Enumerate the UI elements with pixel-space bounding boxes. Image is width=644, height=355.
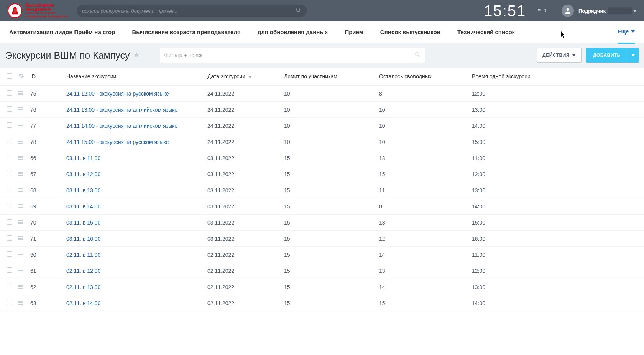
excursion-link[interactable]: 24.11 14:00 - экскурсия на английском яз… bbox=[66, 123, 177, 129]
cell-id: 76 bbox=[27, 102, 63, 118]
drag-handle-icon[interactable] bbox=[18, 139, 23, 144]
row-checkbox[interactable] bbox=[7, 187, 12, 192]
excursion-link[interactable]: 02.11. в 12:00 bbox=[66, 268, 100, 274]
excursion-link[interactable]: 03.11. в 14:00 bbox=[66, 203, 100, 210]
cell-date: 02.11.2022 bbox=[204, 295, 281, 311]
flag-indicator[interactable]: 0 bbox=[537, 8, 546, 13]
logo[interactable]: Высшая школа менеджмента Санкт-Петербург… bbox=[8, 3, 77, 18]
table-row: 7103.11. в 16:0003.11.2022151216:00 bbox=[0, 231, 644, 247]
user-role-label: Подрядчик bbox=[578, 8, 606, 14]
avatar-icon bbox=[562, 5, 574, 17]
drag-handle-icon[interactable] bbox=[18, 301, 23, 305]
nav-item-5[interactable]: Технический список bbox=[457, 21, 515, 43]
column-date-label: Дата экскурсии bbox=[207, 73, 245, 79]
add-button[interactable]: ДОБАВИТЬ bbox=[586, 48, 628, 63]
row-checkbox[interactable] bbox=[7, 300, 12, 305]
row-checkbox[interactable] bbox=[7, 139, 12, 144]
cell-id: 75 bbox=[27, 86, 63, 102]
nav-item-0[interactable]: Автоматизация лидов Приём на crop bbox=[9, 21, 115, 43]
page-title: Экскурсии ВШМ по Кампусу bbox=[5, 50, 130, 61]
column-date[interactable]: Дата экскурсии bbox=[204, 68, 281, 86]
drag-handle-icon[interactable] bbox=[18, 252, 23, 257]
search-icon[interactable] bbox=[296, 7, 301, 14]
drag-handle-icon[interactable] bbox=[18, 268, 23, 273]
excursion-link[interactable]: 02.11. в 13:00 bbox=[66, 284, 100, 290]
cell-time: 14:00 bbox=[469, 118, 644, 134]
excursion-link[interactable]: 03.11. в 11:00 bbox=[66, 155, 100, 161]
add-button-group: ДОБАВИТЬ bbox=[586, 48, 639, 63]
add-button-dropdown[interactable] bbox=[628, 48, 639, 63]
global-search[interactable] bbox=[77, 5, 307, 17]
row-checkbox[interactable] bbox=[7, 106, 12, 112]
search-icon[interactable] bbox=[415, 52, 421, 59]
excursion-link[interactable]: 03.11. в 12:00 bbox=[66, 171, 100, 177]
drag-handle-icon[interactable] bbox=[18, 91, 23, 96]
column-limit[interactable]: Лимит по участникам bbox=[281, 68, 376, 86]
row-checkbox[interactable] bbox=[7, 171, 12, 176]
drag-handle-icon[interactable] bbox=[18, 188, 23, 192]
caret-down-icon bbox=[632, 54, 635, 56]
drag-handle-icon[interactable] bbox=[18, 220, 23, 225]
excursion-link[interactable]: 03.11. в 16:00 bbox=[66, 236, 100, 242]
user-menu[interactable]: Подрядчик bbox=[562, 5, 636, 17]
nav-item-2[interactable]: для обновления данных bbox=[258, 21, 328, 43]
cell-time: 15:00 bbox=[469, 134, 644, 150]
excursion-link[interactable]: 24.11 12:00 - экскурсия на русском языке bbox=[66, 91, 169, 97]
column-id[interactable]: ID bbox=[27, 68, 63, 86]
nav-more[interactable]: Еще bbox=[618, 22, 635, 44]
svg-rect-37 bbox=[18, 256, 23, 256]
select-all-checkbox[interactable] bbox=[7, 73, 12, 79]
row-checkbox[interactable] bbox=[7, 122, 12, 128]
gear-icon[interactable] bbox=[18, 74, 24, 80]
excursion-link[interactable]: 03.11. в 13:00 bbox=[66, 187, 100, 193]
drag-handle-icon[interactable] bbox=[18, 236, 23, 241]
excursion-link[interactable]: 02.11. в 11:00 bbox=[66, 252, 100, 258]
drag-handle-icon[interactable] bbox=[18, 172, 23, 176]
global-search-input[interactable] bbox=[82, 8, 296, 14]
row-checkbox[interactable] bbox=[7, 155, 12, 160]
cell-limit: 15 bbox=[281, 150, 376, 166]
nav-item-4[interactable]: Список выпускников bbox=[380, 21, 440, 43]
svg-rect-38 bbox=[18, 269, 23, 269]
svg-rect-34 bbox=[18, 239, 23, 240]
excursion-link[interactable]: 24.11 15:00 - экскурсия на русском языке bbox=[66, 139, 169, 145]
cell-free: 12 bbox=[376, 231, 469, 247]
cell-date: 02.11.2022 bbox=[204, 247, 281, 263]
row-checkbox[interactable] bbox=[7, 90, 12, 96]
row-checkbox[interactable] bbox=[7, 203, 12, 208]
actions-button[interactable]: ДЕЙСТВИЯ bbox=[537, 48, 582, 63]
drag-handle-icon[interactable] bbox=[18, 204, 23, 208]
drag-handle-icon[interactable] bbox=[18, 123, 23, 128]
cell-id: 77 bbox=[27, 118, 63, 134]
row-checkbox[interactable] bbox=[7, 235, 12, 241]
filter-input[interactable] bbox=[164, 52, 415, 58]
cell-limit: 10 bbox=[281, 86, 376, 102]
cell-limit: 15 bbox=[281, 279, 376, 295]
star-icon[interactable] bbox=[133, 51, 140, 59]
column-name[interactable]: Название экскурсии bbox=[63, 68, 204, 86]
cell-limit: 15 bbox=[281, 263, 376, 279]
svg-rect-18 bbox=[18, 157, 23, 158]
excursion-link[interactable]: 03.11. в 15:00 bbox=[66, 220, 100, 226]
drag-handle-icon[interactable] bbox=[18, 284, 23, 289]
column-free[interactable]: Осталось свободных bbox=[376, 68, 469, 86]
column-time[interactable]: Время одной экскурсии bbox=[469, 68, 644, 86]
cell-time: 13:00 bbox=[469, 279, 644, 295]
nav-item-1[interactable]: Вычисление возраста преподавателя bbox=[132, 21, 240, 43]
table-row: 7003.11. в 15:0003.11.2022151315:00 bbox=[0, 215, 644, 231]
svg-rect-5 bbox=[18, 91, 23, 92]
nav-item-3[interactable]: Прием bbox=[345, 21, 363, 43]
row-checkbox[interactable] bbox=[7, 284, 12, 289]
drag-handle-icon[interactable] bbox=[18, 155, 23, 160]
drag-handle-icon[interactable] bbox=[18, 107, 23, 112]
row-checkbox[interactable] bbox=[7, 219, 12, 225]
table-row: 6603.11. в 11:0003.11.2022151311:00 bbox=[0, 150, 644, 166]
cell-limit: 10 bbox=[281, 134, 376, 150]
filter-box[interactable] bbox=[160, 48, 425, 63]
row-checkbox[interactable] bbox=[7, 251, 12, 257]
excursion-link[interactable]: 24.11 13:00 - экскурсия на английском яз… bbox=[66, 107, 177, 113]
svg-point-3 bbox=[415, 53, 419, 56]
row-checkbox[interactable] bbox=[7, 267, 12, 273]
actions-label: ДЕЙСТВИЯ bbox=[542, 53, 570, 58]
excursion-link[interactable]: 02.11. в 14:00 bbox=[66, 300, 100, 306]
